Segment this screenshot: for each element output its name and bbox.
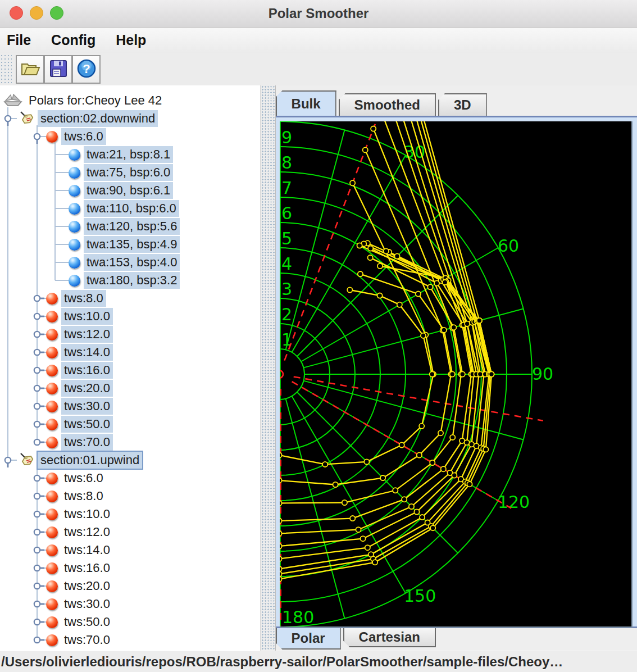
- tree-row-twa-180-bsp-3-2[interactable]: twa:180, bsp:3.2: [69, 271, 180, 289]
- data-point-marker[interactable]: [280, 571, 282, 576]
- expand-handle-icon[interactable]: [30, 435, 44, 449]
- data-point-marker[interactable]: [280, 543, 282, 548]
- tree-row-tws-70-0[interactable]: tws:70.0: [46, 631, 113, 649]
- data-point-marker[interactable]: [414, 509, 419, 514]
- data-point-marker[interactable]: [357, 243, 362, 248]
- data-point-marker[interactable]: [356, 527, 361, 532]
- data-point-marker[interactable]: [280, 556, 282, 561]
- expand-handle-icon[interactable]: [30, 561, 44, 575]
- data-point-marker[interactable]: [429, 371, 434, 376]
- save-button[interactable]: [44, 55, 72, 84]
- expand-handle-icon[interactable]: [30, 327, 44, 342]
- data-point-marker[interactable]: [476, 318, 481, 323]
- data-point-marker[interactable]: [397, 302, 402, 307]
- expand-handle-icon[interactable]: [30, 291, 44, 306]
- expand-handle-icon[interactable]: [30, 381, 44, 396]
- expand-handle-icon[interactable]: [30, 579, 44, 593]
- expand-handle-icon[interactable]: [30, 489, 44, 503]
- data-point-marker[interactable]: [372, 560, 377, 565]
- tree-row-tws-16-0[interactable]: tws:16.0: [46, 361, 113, 379]
- menu-config[interactable]: Config: [51, 32, 95, 48]
- data-point-marker[interactable]: [342, 500, 347, 505]
- data-point-marker[interactable]: [477, 371, 483, 376]
- data-point-marker[interactable]: [333, 482, 338, 487]
- data-point-marker[interactable]: [350, 516, 355, 521]
- data-point-marker[interactable]: [367, 255, 372, 260]
- data-point-marker[interactable]: [368, 246, 373, 251]
- collapse-handle-icon[interactable]: [1, 111, 15, 126]
- tree-row-twa-21-bsp-8-1[interactable]: twa:21, bsp:8.1: [69, 146, 173, 164]
- tree-row-tws-14-0[interactable]: tws:14.0: [46, 541, 113, 559]
- data-point-marker[interactable]: [322, 462, 327, 467]
- data-point-marker[interactable]: [280, 576, 282, 582]
- tree-row-polars-for-cheoy-lee-42[interactable]: Polars for:Cheoy Lee 42: [3, 92, 165, 110]
- tree-row-tws-12-0[interactable]: tws:12.0: [46, 523, 113, 541]
- tree-row-tws-50-0[interactable]: tws:50.0: [46, 415, 113, 433]
- collapse-handle-icon[interactable]: [30, 129, 44, 144]
- data-point-marker[interactable]: [465, 321, 470, 326]
- data-point-marker[interactable]: [350, 180, 355, 185]
- data-point-marker[interactable]: [467, 482, 472, 487]
- data-point-marker[interactable]: [452, 473, 457, 478]
- data-point-marker[interactable]: [280, 518, 282, 523]
- help-button[interactable]: ?: [72, 55, 101, 84]
- data-point-marker[interactable]: [415, 292, 420, 297]
- tree-row-tws-12-0[interactable]: tws:12.0: [46, 325, 113, 343]
- data-point-marker[interactable]: [451, 325, 456, 330]
- data-point-marker[interactable]: [483, 447, 488, 452]
- data-point-marker[interactable]: [360, 536, 365, 541]
- expand-handle-icon[interactable]: [30, 507, 44, 521]
- tree-row-tws-14-0[interactable]: tws:14.0: [46, 343, 113, 361]
- data-point-marker[interactable]: [280, 501, 282, 506]
- data-point-marker[interactable]: [420, 515, 425, 520]
- tab-cartesian[interactable]: Cartesian: [343, 628, 436, 647]
- tree-row-tws-20-0[interactable]: tws:20.0: [46, 379, 113, 397]
- tree-row-twa-90-bsp-6-1[interactable]: twa:90, bsp:6.1: [69, 181, 173, 199]
- tree-row-tws-20-0[interactable]: tws:20.0: [46, 577, 113, 595]
- tree-row-twa-110-bsp-6-0[interactable]: twa:110, bsp:6.0: [69, 199, 179, 217]
- tree-row-tws-16-0[interactable]: tws:16.0: [46, 559, 113, 577]
- tree-row-tws-8-0[interactable]: tws:8.0: [46, 487, 106, 505]
- data-point-marker[interactable]: [394, 253, 399, 258]
- data-point-marker[interactable]: [402, 497, 407, 502]
- data-point-marker[interactable]: [280, 566, 282, 571]
- data-point-marker[interactable]: [408, 504, 413, 509]
- expand-handle-icon[interactable]: [30, 363, 44, 378]
- data-point-marker[interactable]: [441, 328, 446, 333]
- data-point-marker[interactable]: [430, 525, 435, 530]
- data-point-marker[interactable]: [442, 280, 447, 285]
- data-point-marker[interactable]: [450, 435, 455, 440]
- data-point-marker[interactable]: [380, 475, 385, 480]
- tree-row-tws-50-0[interactable]: tws:50.0: [46, 613, 113, 631]
- expand-handle-icon[interactable]: [30, 597, 44, 611]
- data-point-marker[interactable]: [399, 442, 404, 447]
- expand-handle-icon[interactable]: [30, 309, 44, 324]
- toolbar-drag-grip[interactable]: [0, 54, 12, 84]
- tree-row-tws-70-0[interactable]: tws:70.0: [46, 433, 113, 451]
- data-point-marker[interactable]: [427, 284, 433, 289]
- data-point-marker[interactable]: [489, 371, 494, 376]
- data-point-marker[interactable]: [377, 293, 382, 298]
- data-point-marker[interactable]: [449, 371, 454, 376]
- split-pane-divider[interactable]: [261, 85, 276, 651]
- tree-row-tws-10-0[interactable]: tws:10.0: [46, 307, 113, 325]
- menu-help[interactable]: Help: [116, 32, 146, 48]
- tree-row-tws-6-0[interactable]: tws:6.0: [46, 469, 106, 487]
- tab-polar[interactable]: Polar: [276, 628, 341, 650]
- tree-row-tws-30-0[interactable]: tws:30.0: [46, 397, 113, 415]
- data-point-marker[interactable]: [347, 287, 352, 292]
- data-point-marker[interactable]: [383, 248, 388, 253]
- data-point-marker[interactable]: [362, 147, 367, 152]
- data-point-marker[interactable]: [416, 452, 421, 457]
- data-point-marker[interactable]: [420, 333, 425, 338]
- data-point-marker[interactable]: [364, 459, 369, 464]
- data-point-marker[interactable]: [371, 126, 376, 131]
- tab-bulk[interactable]: Bulk: [276, 90, 336, 116]
- data-point-marker[interactable]: [438, 430, 443, 435]
- tree-row-twa-75-bsp-6-0[interactable]: twa:75, bsp:6.0: [69, 164, 173, 181]
- expand-handle-icon[interactable]: [30, 345, 44, 360]
- tree-row-section-02-downwind[interactable]: section:02.downwind: [19, 110, 158, 128]
- polar-chart-canvas[interactable]: 123456789306090120150180: [280, 121, 633, 628]
- menu-file[interactable]: File: [7, 32, 31, 48]
- data-point-marker[interactable]: [430, 460, 435, 465]
